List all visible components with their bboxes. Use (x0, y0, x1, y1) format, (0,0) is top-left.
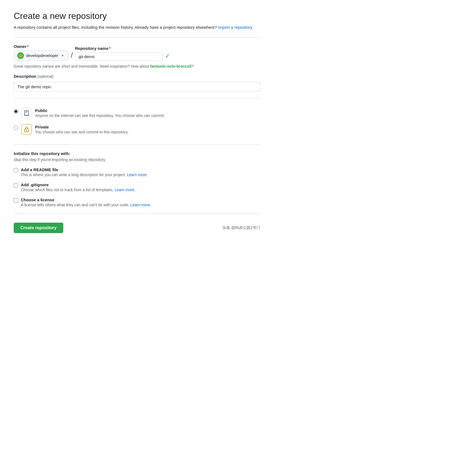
svg-rect-2 (25, 110, 29, 115)
description-label: Description (optional) (14, 74, 260, 79)
create-repository-button[interactable]: Create repository (14, 223, 63, 233)
license-checkbox[interactable] (14, 198, 18, 203)
private-description: You choose who can see and commit to thi… (35, 130, 260, 134)
private-option: Private You choose who can see and commi… (14, 121, 260, 138)
svg-text:🐸: 🐸 (19, 53, 23, 58)
readme-label: Add a README file (21, 167, 260, 172)
valid-check-icon: ✓ (165, 53, 170, 60)
footer: Create repository 头条 @码农公园1号门 (14, 223, 260, 233)
section-divider-2 (14, 98, 260, 98)
repo-name-group: Repository name* ✓ (75, 46, 170, 61)
chevron-down-icon: ▾ (62, 54, 63, 58)
watermark: 头条 @码农公园1号门 (222, 225, 260, 230)
readme-text: Add a README file This is where you can … (21, 167, 260, 177)
public-text: Public Anyone on the internet can see th… (35, 108, 260, 118)
owner-select[interactable]: 🐸 developdeveloper ▾ (14, 50, 68, 61)
public-radio[interactable] (14, 109, 18, 114)
initialize-title: Initialize this repository with: (14, 151, 260, 156)
gitignore-checkbox[interactable] (14, 183, 18, 188)
owner-name: developdeveloper (26, 53, 58, 58)
gitignore-text: Add .gitignore Choose which files not to… (21, 182, 260, 192)
private-label: Private (35, 125, 260, 129)
section-divider (14, 37, 260, 38)
owner-label: Owner* (14, 44, 68, 49)
repo-name-input[interactable] (75, 52, 163, 61)
private-radio[interactable] (14, 126, 18, 130)
readme-item: Add a README file This is where you can … (14, 167, 260, 177)
import-repository-link[interactable]: Import a repository. (218, 25, 253, 30)
public-label: Public (35, 108, 260, 113)
visibility-section: Public Anyone on the internet can see th… (14, 105, 260, 138)
owner-repo-row: Owner* 🐸 developdeveloper ▾ / Repository… (14, 44, 260, 61)
gitignore-description: Choose which files not to track from a l… (21, 188, 260, 192)
gitignore-item: Add .gitignore Choose which files not to… (14, 182, 260, 192)
description-group: Description (optional) (14, 74, 260, 91)
readme-checkbox[interactable] (14, 168, 18, 173)
initialize-subtitle: Skip this step if you're importing an ex… (14, 157, 260, 162)
public-repo-icon (21, 108, 32, 118)
svg-point-7 (26, 130, 27, 131)
license-description: A license tells others what they can and… (21, 203, 260, 207)
license-label: Choose a license (21, 197, 260, 202)
public-description: Anyone on the internet can see this repo… (35, 113, 260, 118)
repo-name-field-wrapper: ✓ (75, 52, 170, 61)
optional-label: (optional) (38, 74, 53, 79)
name-suggestion: Great repository names are short and mem… (14, 64, 260, 68)
gitignore-label: Add .gitignore (21, 182, 260, 187)
owner-group: Owner* 🐸 developdeveloper ▾ (14, 44, 68, 61)
description-input[interactable] (14, 82, 260, 91)
license-item: Choose a license A license tells others … (14, 197, 260, 207)
repo-name-label: Repository name* (75, 46, 170, 51)
initialize-section: Initialize this repository with: Skip th… (14, 151, 260, 207)
owner-avatar: 🐸 (17, 52, 24, 59)
page-subtitle: A repository contains all project files,… (14, 24, 260, 31)
path-slash: / (71, 51, 73, 61)
repo-required: * (109, 46, 110, 51)
page-title: Create a new repository (14, 11, 260, 21)
gitignore-learn-more-link[interactable]: Learn more. (115, 188, 135, 192)
private-repo-icon (21, 124, 32, 134)
section-divider-4 (14, 214, 260, 214)
license-text: Choose a license A license tells others … (21, 197, 260, 207)
section-divider-3 (14, 144, 260, 145)
private-text: Private You choose who can see and commi… (35, 125, 260, 134)
readme-description: This is where you can write a long descr… (21, 173, 260, 177)
suggested-name-link[interactable]: fantastic-octo-broccoli (150, 64, 192, 68)
public-option: Public Anyone on the internet can see th… (14, 105, 260, 121)
readme-learn-more-link[interactable]: Learn more. (127, 173, 148, 177)
owner-required: * (27, 44, 29, 49)
license-learn-more-link[interactable]: Learn more. (130, 203, 151, 207)
